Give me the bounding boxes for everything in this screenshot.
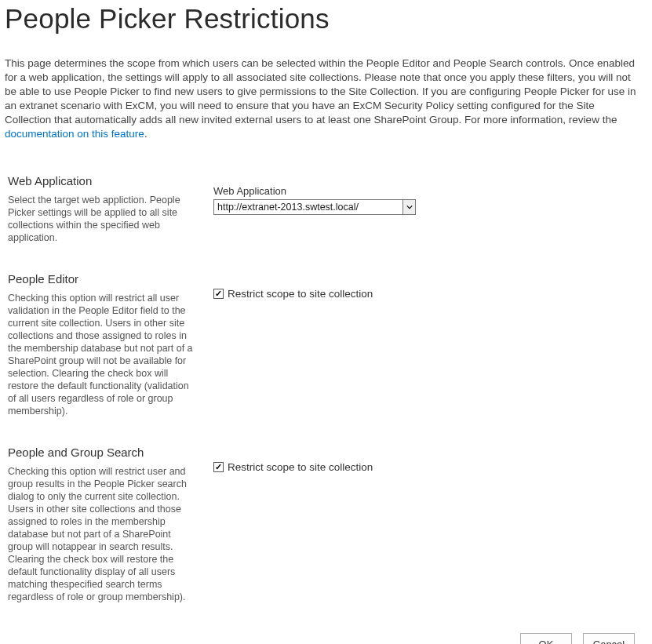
people-editor-heading: People Editor bbox=[8, 272, 193, 286]
ok-button[interactable]: OK bbox=[520, 633, 572, 644]
people-search-heading: People and Group Search bbox=[8, 446, 193, 459]
web-app-heading: Web Application bbox=[8, 174, 193, 187]
section-people-editor: People Editor Checking this option will … bbox=[5, 272, 641, 417]
people-editor-restrict-checkbox[interactable] bbox=[213, 289, 224, 299]
web-app-select[interactable]: http://extranet-2013.swtest.local/ bbox=[213, 199, 416, 215]
web-app-field-label: Web Application bbox=[213, 185, 641, 197]
chevron-down-icon bbox=[402, 200, 415, 214]
people-editor-restrict-label: Restrict scope to site collection bbox=[228, 288, 373, 300]
intro-text: This page determines the scope from whic… bbox=[5, 56, 641, 141]
button-row: OK Cancel bbox=[5, 633, 641, 644]
people-search-restrict-label: Restrict scope to site collection bbox=[228, 461, 373, 473]
cancel-button[interactable]: Cancel bbox=[583, 633, 635, 644]
people-editor-description: Checking this option will restrict all u… bbox=[8, 292, 193, 417]
documentation-link[interactable]: documentation on this feature bbox=[5, 128, 144, 140]
people-search-restrict-checkbox[interactable] bbox=[213, 462, 224, 472]
section-people-search: People and Group Search Checking this op… bbox=[5, 446, 641, 603]
people-search-restrict-row: Restrict scope to site collection bbox=[213, 461, 641, 473]
web-app-select-value: http://extranet-2013.swtest.local/ bbox=[217, 202, 401, 213]
web-app-description: Select the target web appliction. People… bbox=[8, 194, 193, 244]
page-title: People Picker Restrictions bbox=[5, 3, 641, 35]
page-root: People Picker Restrictions This page det… bbox=[0, 3, 652, 644]
people-editor-restrict-row: Restrict scope to site collection bbox=[213, 288, 641, 300]
section-web-application: Web Application Select the target web ap… bbox=[5, 174, 641, 244]
intro-suffix: . bbox=[144, 128, 148, 140]
intro-prefix: This page determines the scope from whic… bbox=[5, 57, 636, 126]
people-search-description: Checking this option will restrict user … bbox=[8, 465, 193, 603]
